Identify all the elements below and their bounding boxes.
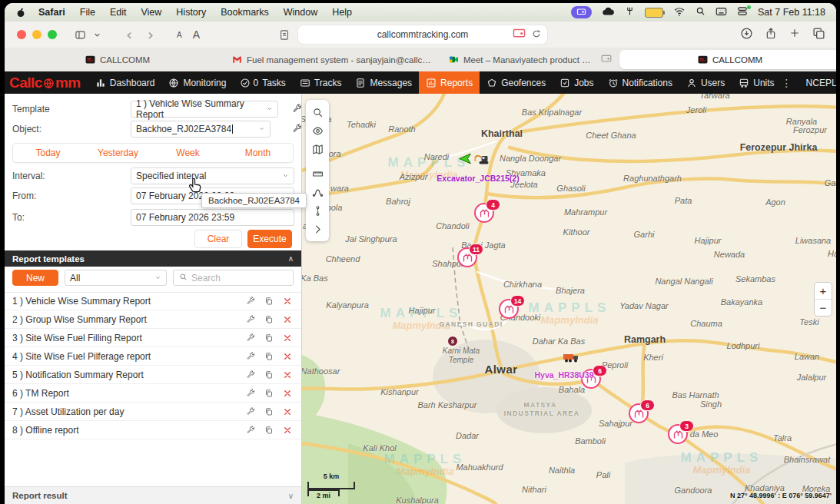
- report-result-header[interactable]: Report result ∨: [5, 486, 301, 504]
- template-row[interactable]: 4 ) Site Wise Fuel Pilferage report: [5, 347, 301, 366]
- cluster-marker[interactable]: 3: [668, 424, 689, 446]
- utility-icon[interactable]: [625, 6, 635, 18]
- template-row[interactable]: 3 ) Site Wise Fuel Filling Report: [5, 329, 301, 347]
- template-row[interactable]: 2 ) Group Wise Summary Report: [5, 310, 301, 329]
- nav-item-messages[interactable]: Messages: [348, 71, 419, 94]
- map-layers-icon[interactable]: [308, 140, 327, 158]
- map-expand-icon[interactable]: [308, 220, 327, 238]
- nav-item-units[interactable]: Units: [732, 71, 781, 94]
- tab-sharing-icon[interactable]: [513, 28, 526, 41]
- menu-window[interactable]: Window: [284, 7, 317, 18]
- template-search-input[interactable]: Search: [173, 270, 294, 286]
- clear-button[interactable]: Clear: [194, 230, 242, 248]
- nav-item-reports[interactable]: Reports: [419, 71, 480, 94]
- back-button[interactable]: ‹: [126, 27, 132, 42]
- browser-tab-3[interactable]: Meet – Manaviyatech product walkthroughs: [441, 50, 619, 69]
- menu-safari[interactable]: Safari: [38, 7, 65, 18]
- map-route-icon[interactable]: [308, 183, 327, 201]
- nav-item-notifications[interactable]: Notifications: [601, 71, 679, 94]
- delete-template-icon[interactable]: [283, 370, 292, 380]
- nav-item-monitoring[interactable]: Monitoring: [161, 71, 233, 94]
- expand-icon[interactable]: ∨: [288, 492, 294, 500]
- address-bar[interactable]: callcommtracking.com: [298, 25, 547, 44]
- template-filter-select[interactable]: All: [65, 270, 167, 286]
- edit-template-icon[interactable]: [246, 370, 255, 380]
- page-settings-icon[interactable]: [278, 29, 291, 41]
- keyboard-icon[interactable]: [715, 7, 727, 18]
- template-row[interactable]: 8 ) Offline report: [5, 421, 301, 439]
- copy-template-icon[interactable]: [264, 426, 274, 435]
- forward-button[interactable]: ›: [148, 27, 154, 42]
- template-row[interactable]: 5 ) Notification Summary Report: [5, 366, 301, 384]
- new-template-button[interactable]: New: [12, 270, 58, 286]
- sidebar-chevron-icon[interactable]: [93, 31, 101, 39]
- delete-template-icon[interactable]: [283, 315, 292, 324]
- more-menu-icon[interactable]: ⋮: [782, 77, 792, 89]
- control-center-icon[interactable]: [737, 6, 748, 18]
- screen-sharing-icon[interactable]: [571, 6, 592, 18]
- nav-item-dashboard[interactable]: Dashboard: [88, 71, 162, 94]
- cluster-marker[interactable]: 6: [629, 403, 650, 425]
- zoom-in-button[interactable]: +: [815, 283, 832, 300]
- nav-item-geofences[interactable]: Geofences: [480, 71, 553, 94]
- cluster-marker[interactable]: 14: [499, 299, 520, 320]
- edit-template-icon[interactable]: [246, 297, 255, 306]
- copy-template-icon[interactable]: [264, 297, 274, 306]
- delete-template-icon[interactable]: [283, 333, 292, 343]
- reload-icon[interactable]: [532, 29, 541, 41]
- template-row[interactable]: 1 ) Vehicle Wise Summary Report: [5, 292, 301, 310]
- edit-template-icon[interactable]: [246, 352, 255, 361]
- template-row[interactable]: 7 ) Asset Utilization per day: [5, 403, 301, 421]
- collapse-icon[interactable]: ∧: [288, 254, 294, 263]
- object-input[interactable]: Backhoe_RJ02EA3784: [131, 121, 271, 138]
- edit-template-icon[interactable]: [246, 389, 255, 398]
- account-name[interactable]: NCEPL: [806, 78, 836, 88]
- to-input[interactable]: 07 February 2026 23:59: [131, 209, 294, 226]
- object-settings-icon[interactable]: [292, 124, 302, 134]
- delete-template-icon[interactable]: [283, 352, 292, 361]
- mini-cluster-marker[interactable]: 8: [447, 336, 458, 346]
- share-button[interactable]: [765, 27, 777, 43]
- cloud-icon[interactable]: [602, 6, 615, 18]
- cluster-marker[interactable]: 4: [474, 203, 496, 224]
- minimize-window-button[interactable]: [32, 30, 42, 39]
- range-today-button[interactable]: Today: [13, 148, 83, 158]
- spotlight-icon[interactable]: [696, 6, 706, 18]
- template-settings-icon[interactable]: [292, 104, 302, 114]
- interval-select[interactable]: Specified interval: [131, 167, 294, 184]
- sidebar-icon[interactable]: [74, 29, 87, 41]
- edit-template-icon[interactable]: [246, 407, 255, 416]
- tab-overview-button[interactable]: [812, 27, 825, 43]
- delete-template-icon[interactable]: [283, 389, 292, 398]
- template-row[interactable]: 6 ) TM Report: [5, 384, 301, 403]
- copy-template-icon[interactable]: [264, 389, 274, 398]
- edit-template-icon[interactable]: [246, 315, 255, 324]
- nav-item-jobs[interactable]: Jobs: [553, 71, 600, 94]
- delete-template-icon[interactable]: [283, 297, 292, 306]
- apple-icon[interactable]: [15, 7, 26, 18]
- downloads-button[interactable]: [740, 27, 753, 43]
- zoom-out-button[interactable]: −: [815, 300, 832, 316]
- map-waypoints-icon[interactable]: [308, 201, 327, 220]
- text-smaller-button[interactable]: A: [177, 31, 182, 39]
- battery-icon[interactable]: [645, 8, 663, 18]
- copy-template-icon[interactable]: [264, 407, 274, 416]
- menu-bookmarks[interactable]: Bookmarks: [221, 7, 269, 18]
- menu-edit[interactable]: Edit: [110, 7, 127, 18]
- truck-marker[interactable]: [563, 350, 581, 367]
- copy-template-icon[interactable]: [264, 352, 274, 361]
- nav-item-tracks[interactable]: Tracks: [293, 71, 349, 94]
- report-templates-header[interactable]: Report templates ∧: [5, 250, 301, 267]
- menu-help[interactable]: Help: [332, 7, 352, 18]
- menu-clock[interactable]: Sat 7 Feb 11:18: [758, 7, 825, 18]
- new-tab-button[interactable]: [789, 27, 801, 43]
- execute-button[interactable]: Execute: [247, 230, 292, 248]
- zoom-window-button[interactable]: [48, 30, 57, 39]
- delete-template-icon[interactable]: [283, 407, 292, 416]
- callcomm-logo[interactable]: Callcmm: [5, 71, 88, 94]
- map-search-icon[interactable]: [308, 103, 327, 121]
- browser-tab-4[interactable]: CALLCOMM: [619, 50, 836, 69]
- text-bigger-button[interactable]: A: [193, 28, 200, 41]
- browser-tab-1[interactable]: CALLCOMM: [11, 50, 224, 69]
- map-visibility-icon[interactable]: [308, 121, 327, 140]
